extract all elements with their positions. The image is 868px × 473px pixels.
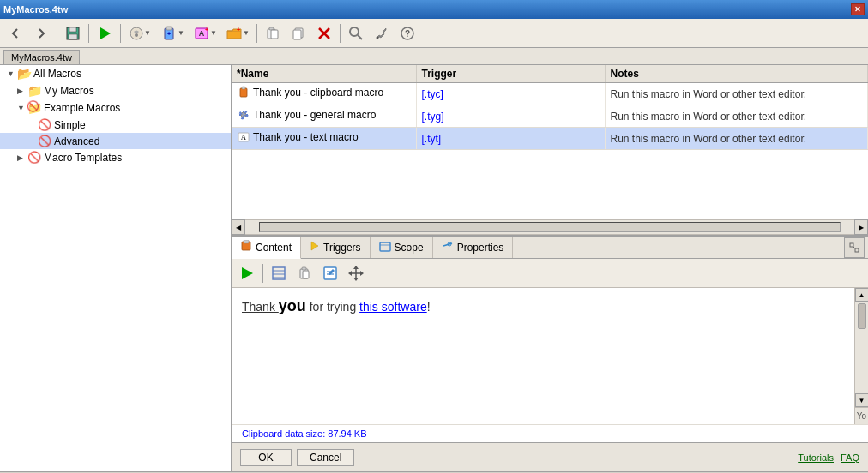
row2-trigger-cell[interactable]: [.tyg] (416, 105, 605, 128)
svg-line-21 (358, 35, 362, 39)
copy-toolbar-button[interactable] (286, 21, 310, 45)
tab-scope-label: Scope (395, 242, 424, 254)
edit-content-button[interactable] (318, 261, 342, 285)
play-button[interactable] (93, 21, 117, 45)
toolbar: ▼ + ▼ A + ▼ + ▼ (0, 19, 868, 48)
content-thank: Thank (242, 300, 279, 314)
tree-item-all-macros[interactable]: ▼ 📂 All Macros (0, 65, 231, 82)
tree-label-macro-templates: Macro Templates (44, 152, 122, 164)
col-header-name[interactable]: *Name (232, 65, 416, 83)
move-content-button[interactable] (344, 261, 368, 285)
svg-rect-1 (69, 27, 76, 32)
row1-name-cell[interactable]: Thank you - clipboard macro (232, 83, 416, 105)
svg-rect-30 (243, 111, 244, 112)
svg-marker-59 (353, 278, 359, 281)
content-for: for trying (306, 300, 359, 314)
expander-macro-templates[interactable]: ▶ (17, 153, 27, 162)
content-area: Thank you for trying this software! (232, 288, 854, 424)
tab-triggers[interactable]: Triggers (301, 236, 371, 258)
back-button[interactable] (3, 21, 27, 45)
tree-item-my-macros[interactable]: ▶ 📁 My Macros (0, 82, 231, 99)
expander-my-macros[interactable]: ▶ (17, 87, 27, 95)
forward-button[interactable] (29, 21, 53, 45)
ok-button[interactable]: OK (240, 449, 292, 466)
row1-notes-cell: Run this macro in Word or other text edi… (605, 83, 868, 105)
scope-tab-icon (379, 241, 391, 254)
tab-scope[interactable]: Scope (371, 236, 433, 258)
tree-item-macro-templates[interactable]: ▶ 🚫 Macro Templates (0, 149, 231, 165)
tree-label-my-macros: My Macros (44, 85, 94, 97)
delete-toolbar-button[interactable] (312, 21, 336, 45)
svg-line-44 (853, 247, 855, 248)
row3-name-cell[interactable]: A Thank you - text macro (232, 128, 416, 150)
col-header-trigger[interactable]: Trigger (416, 65, 605, 83)
content-sep1 (262, 264, 263, 283)
add-folder-button[interactable]: + ▼ (222, 21, 253, 45)
tree-item-advanced[interactable]: ▶ 🚫 Advanced (0, 133, 231, 149)
close-button[interactable]: ✕ (851, 3, 865, 15)
scroll-right-arrow[interactable]: ▶ (854, 219, 868, 235)
search-toolbar-button[interactable] (344, 21, 368, 45)
svg-rect-7 (166, 27, 172, 30)
tree-label-all-macros: All Macros (33, 68, 81, 80)
properties-tab-icon (442, 240, 454, 254)
expand-panel-button[interactable] (844, 237, 865, 258)
macro-table: *Name Trigger Notes (232, 65, 868, 150)
tree-item-simple[interactable]: ▶ 🚫 Simple (0, 117, 231, 133)
paste-toolbar-button[interactable] (261, 21, 285, 45)
row2-name-cell[interactable]: Thank you - general macro (232, 105, 416, 128)
add-clipboard-button[interactable]: + ▼ (157, 21, 188, 45)
col-header-notes[interactable]: Notes (605, 65, 868, 83)
horizontal-scrollbar[interactable]: ◀ ▶ (232, 219, 868, 235)
gear-row-icon (237, 108, 250, 122)
no-icon-example: 🚫 (27, 100, 39, 112)
file-tab[interactable]: MyMacros.4tw (3, 50, 80, 64)
cancel-button[interactable]: Cancel (297, 449, 354, 466)
select-all-button[interactable] (267, 261, 291, 285)
dialog-buttons-bar: OK Cancel Tutorials FAQ (232, 442, 868, 471)
file-tab-label: MyMacros.4tw (11, 52, 72, 63)
tools-toolbar-button[interactable] (370, 21, 394, 45)
scroll-thumb[interactable] (858, 303, 866, 329)
svg-point-5 (135, 33, 138, 37)
folder-icon-my-macros: 📁 (27, 84, 42, 98)
clipboard-info: Clipboard data size: 87.94 KB (232, 424, 868, 442)
title-bar-text: MyMacros.4tw (3, 4, 68, 15)
svg-rect-2 (69, 34, 77, 39)
new-macro-button[interactable]: ▼ (124, 21, 155, 45)
add-text-button[interactable]: A + ▼ (190, 21, 220, 45)
tutorials-link[interactable]: Tutorials (798, 452, 834, 463)
row3-trigger-cell[interactable]: [.tyt] (416, 128, 605, 150)
svg-rect-28 (239, 114, 241, 116)
row1-trigger-cell[interactable]: [.tyc] (416, 83, 605, 105)
svg-marker-61 (360, 271, 364, 276)
save-button[interactable] (61, 21, 85, 45)
content-with-scroll: Thank you for trying this software! ▲ ▼ … (232, 288, 868, 424)
table-row[interactable]: Thank you - general macro [.tyg] Run thi… (232, 105, 868, 128)
content-link[interactable]: this software (359, 300, 427, 314)
content-tab-icon (240, 240, 252, 254)
tab-content[interactable]: Content (232, 236, 301, 259)
help-toolbar-button[interactable]: ? (395, 21, 419, 45)
svg-rect-36 (244, 240, 249, 243)
title-bar: MyMacros.4tw ✕ (0, 0, 868, 19)
clipboard-info-text: Clipboard data size: 87.94 KB (242, 428, 367, 439)
scroll-left-arrow[interactable]: ◀ (232, 219, 245, 235)
faq-link[interactable]: FAQ (841, 452, 859, 463)
folder-open-icon: 📂 (17, 67, 32, 81)
tab-properties[interactable]: Properties (433, 236, 514, 258)
no-icon-advanced: 🚫 (38, 135, 51, 147)
text-row-icon: A (237, 130, 250, 144)
svg-text:?: ? (405, 29, 410, 39)
table-row[interactable]: A Thank you - text macro [.tyt] Run this… (232, 128, 868, 150)
table-row[interactable]: Thank you - clipboard macro [.tyc] Run t… (232, 83, 868, 105)
scroll-up-arrow[interactable]: ▲ (855, 288, 869, 302)
paste-content-button[interactable] (292, 261, 316, 285)
scrollbar-track[interactable] (259, 222, 841, 232)
svg-rect-38 (380, 242, 390, 251)
scroll-down-arrow[interactable]: ▼ (855, 393, 869, 407)
tree-item-example-macros[interactable]: ▼ 📁 🚫 Example Macros (0, 99, 231, 117)
play-content-button[interactable] (235, 261, 259, 285)
expander-all-macros[interactable]: ▼ (7, 69, 17, 78)
svg-rect-52 (303, 271, 309, 278)
